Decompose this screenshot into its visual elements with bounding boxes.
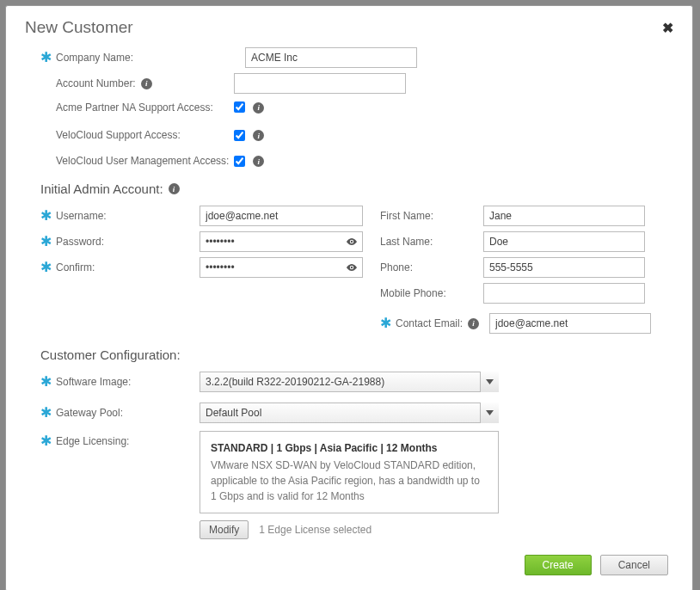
- vc-usermgmt-label: VeloCloud User Management Access:: [56, 155, 229, 167]
- info-icon[interactable]: [253, 156, 264, 167]
- last-name-input[interactable]: [483, 231, 645, 252]
- info-icon[interactable]: [253, 102, 264, 114]
- account-number-input[interactable]: [234, 73, 406, 94]
- company-section: ✱ Company Name: Account Number: Acme Par…: [40, 46, 673, 173]
- admin-section-title: Initial Admin Account:: [40, 181, 673, 196]
- required-asterisk: ✱: [40, 406, 52, 420]
- dialog-header: New Customer ✖: [25, 18, 673, 46]
- first-name-input[interactable]: [483, 206, 645, 226]
- software-image-select[interactable]: 3.2.2(build R322-20190212-GA-21988): [200, 372, 499, 392]
- required-asterisk: ✱: [40, 235, 52, 249]
- svg-point-1: [351, 267, 353, 268]
- info-icon[interactable]: [169, 183, 180, 194]
- required-asterisk: ✱: [380, 317, 391, 330]
- license-box: STANDARD | 1 Gbps | Asia Pacific | 12 Mo…: [200, 431, 499, 513]
- last-name-label: Last Name:: [380, 236, 433, 248]
- phone-input[interactable]: [483, 257, 645, 278]
- required-asterisk: ✱: [40, 261, 52, 274]
- contact-email-input[interactable]: [489, 313, 651, 334]
- info-icon[interactable]: [468, 318, 479, 329]
- license-count-label: 1 Edge License selected: [259, 524, 371, 536]
- info-icon[interactable]: [253, 130, 264, 141]
- modify-button[interactable]: Modify: [200, 520, 249, 539]
- config-section: ✱ Software Image: 3.2.2(build R322-20190…: [40, 369, 673, 539]
- cancel-button[interactable]: Cancel: [600, 555, 668, 575]
- company-name-input[interactable]: [245, 47, 417, 68]
- admin-section: ✱ Username: First Name: ✱ Password:: [40, 203, 673, 306]
- vc-usermgmt-checkbox[interactable]: [234, 156, 245, 167]
- svg-point-0: [351, 241, 353, 243]
- partner-support-label: Acme Partner NA Support Access:: [56, 101, 213, 115]
- required-asterisk: ✱: [40, 375, 52, 389]
- software-image-label: Software Image:: [56, 376, 131, 388]
- contact-email-row: ✱ Contact Email:: [380, 313, 673, 334]
- phone-label: Phone:: [380, 261, 413, 273]
- first-name-label: First Name:: [380, 210, 433, 222]
- mobile-phone-label: Mobile Phone:: [380, 287, 446, 299]
- company-name-label: Company Name:: [56, 52, 133, 64]
- info-icon[interactable]: [141, 78, 152, 89]
- config-section-title: Customer Configuration:: [40, 347, 673, 362]
- eye-icon[interactable]: [345, 261, 359, 273]
- close-icon[interactable]: ✖: [662, 20, 673, 36]
- account-number-label: Account Number:: [56, 77, 136, 89]
- vc-support-label: VeloCloud Support Access:: [56, 129, 181, 141]
- gateway-pool-select[interactable]: Default Pool: [200, 403, 499, 423]
- dialog-footer: Create Cancel: [25, 555, 673, 575]
- new-customer-dialog: New Customer ✖ ✱ Company Name: Account N…: [5, 5, 693, 590]
- confirm-label: Confirm:: [56, 261, 95, 273]
- partner-support-checkbox[interactable]: [234, 101, 245, 113]
- username-label: Username:: [56, 210, 107, 222]
- vc-support-checkbox[interactable]: [234, 130, 245, 141]
- create-button[interactable]: Create: [525, 555, 592, 575]
- license-title: STANDARD | 1 Gbps | Asia Pacific | 12 Mo…: [211, 440, 488, 456]
- gateway-pool-label: Gateway Pool:: [56, 407, 123, 419]
- dialog-title: New Customer: [25, 18, 133, 37]
- confirm-input[interactable]: [200, 257, 363, 278]
- password-label: Password:: [56, 236, 104, 248]
- eye-icon[interactable]: [345, 236, 359, 248]
- required-asterisk: ✱: [40, 434, 52, 448]
- contact-email-label: Contact Email:: [396, 317, 463, 329]
- edge-licensing-label: Edge Licensing:: [56, 435, 129, 447]
- mobile-phone-input[interactable]: [483, 283, 645, 304]
- required-asterisk: ✱: [40, 209, 52, 223]
- license-description: VMware NSX SD-WAN by VeloCloud STANDARD …: [211, 458, 488, 504]
- required-asterisk: ✱: [40, 51, 52, 65]
- password-input[interactable]: [200, 231, 363, 252]
- username-input[interactable]: [200, 206, 363, 226]
